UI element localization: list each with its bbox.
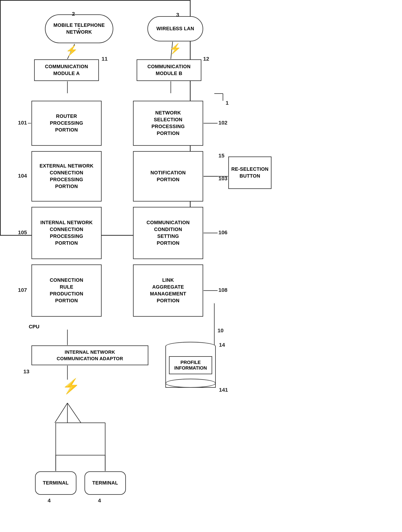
ref-101: 101 — [18, 120, 27, 126]
lightning-wireless: ⚡ — [169, 43, 181, 55]
ref-14: 14 — [219, 342, 225, 348]
ref-15: 15 — [218, 152, 224, 159]
network-selection-box: NETWORK SELECTION PROCESSING PORTION — [133, 101, 203, 146]
ref-terminal-a: 4 — [48, 497, 51, 504]
network-selection-label: NETWORK SELECTION PROCESSING PORTION — [151, 110, 185, 137]
comm-module-a-box: COMMUNICATION MODULE A — [34, 59, 99, 81]
ref-141: 141 — [219, 387, 228, 393]
terminal-a-label: TERMINAL — [43, 480, 68, 487]
ref-terminal-b: 4 — [98, 497, 101, 504]
mobile-network-label: MOBILE TELEPHONE NETWORK — [53, 22, 105, 36]
profile-info-box: PROFILE INFORMATION — [169, 356, 212, 374]
reselection-button-label: RE-SELECTION BUTTON — [231, 166, 268, 180]
terminal-a-box: TERMINAL — [35, 471, 76, 495]
wireless-lan-label: WIRELESS LAN — [156, 25, 194, 32]
cylinder-bottom — [165, 379, 216, 388]
connection-rule-box: CONNECTION RULE PRODUCTION PORTION — [31, 265, 102, 317]
notification-box: NOTIFICATION PORTION — [133, 151, 203, 202]
ref-106: 106 — [218, 229, 227, 235]
connection-rule-label: CONNECTION RULE PRODUCTION PORTION — [50, 277, 83, 304]
reselection-button-box[interactable]: RE-SELECTION BUTTON — [228, 157, 272, 189]
internal-adaptor-label: INTERNAL NETWORK COMMUNICATION ADAPTOR — [57, 349, 123, 362]
lightning-adaptor: ⚡ — [62, 378, 80, 395]
diagram-container: ⚡ ⚡ ⚡ MOBILE TELEPHONE NETWORK WIRELESS … — [0, 0, 402, 532]
notification-label: NOTIFICATION PORTION — [150, 170, 186, 183]
svg-line-9 — [68, 403, 81, 423]
internal-adaptor-box: INTERNAL NETWORK COMMUNICATION ADAPTOR — [31, 345, 148, 365]
int-network-label: INTERNAL NETWORK CONNECTION PROCESSING P… — [40, 219, 93, 247]
ref-3: 3 — [176, 12, 179, 18]
ref-104: 104 — [18, 173, 27, 179]
ref-12: 12 — [203, 56, 209, 62]
ext-network-label: EXTERNAL NETWORK CONNECTION PROCESSING P… — [40, 163, 93, 190]
mobile-telephone-network-cloud: MOBILE TELEPHONE NETWORK — [45, 14, 113, 43]
comm-module-b-label: COMMUNICATION MODULE B — [148, 63, 191, 77]
ref-103: 103 — [218, 175, 227, 182]
comm-module-b-box: COMMUNICATION MODULE B — [137, 59, 201, 81]
terminal-b-label: TERMINAL — [92, 480, 118, 487]
wireless-lan-cloud: WIRELESS LAN — [148, 16, 203, 41]
comm-condition-box: COMMUNICATION CONDITION SETTING PORTION — [133, 207, 203, 259]
router-processing-label: ROUTER PROCESSING PORTION — [50, 113, 83, 133]
ref-102: 102 — [218, 120, 227, 126]
link-aggregate-label: LINK AGGREGATE MANAGEMENT PORTION — [150, 277, 186, 304]
lightning-mobile: ⚡ — [66, 45, 78, 56]
ref-108: 108 — [218, 287, 227, 293]
ref-107: 107 — [18, 287, 27, 293]
ref-10: 10 — [217, 327, 223, 334]
router-processing-box: ROUTER PROCESSING PORTION — [31, 101, 102, 146]
profile-info-label: PROFILE INFORMATION — [174, 360, 207, 371]
ref-2: 2 — [72, 11, 75, 17]
svg-line-8 — [55, 403, 68, 423]
int-network-box: INTERNAL NETWORK CONNECTION PROCESSING P… — [31, 207, 102, 259]
link-aggregate-box: LINK AGGREGATE MANAGEMENT PORTION — [133, 265, 203, 317]
ref-1: 1 — [226, 100, 229, 106]
ref-13: 13 — [23, 368, 29, 374]
ref-11: 11 — [102, 56, 107, 62]
comm-module-a-label: COMMUNICATION MODULE A — [45, 63, 88, 77]
cpu-label: CPU — [29, 324, 39, 329]
ref-105: 105 — [18, 229, 27, 235]
comm-condition-label: COMMUNICATION CONDITION SETTING PORTION — [147, 219, 190, 247]
terminal-b-box: TERMINAL — [85, 471, 126, 495]
ext-network-box: EXTERNAL NETWORK CONNECTION PROCESSING P… — [31, 151, 102, 202]
